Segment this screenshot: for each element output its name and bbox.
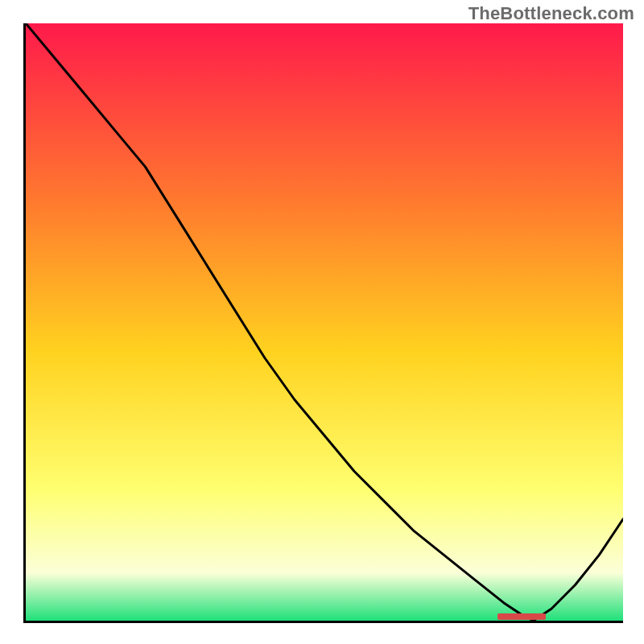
watermark-text: TheBottleneck.com: [469, 3, 634, 24]
plot-area: [23, 23, 623, 623]
gradient-background: [26, 23, 623, 621]
chart-frame: TheBottleneck.com: [0, 0, 644, 644]
chart-svg: [26, 23, 623, 621]
